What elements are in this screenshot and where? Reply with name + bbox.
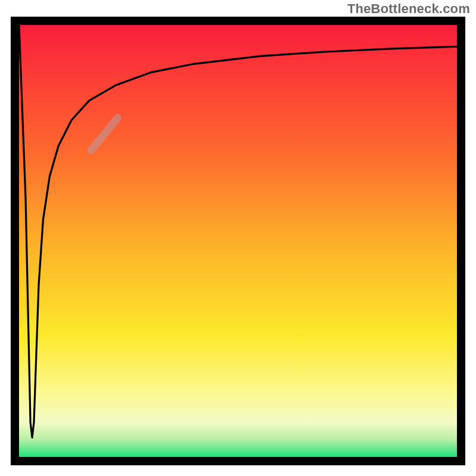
- chart-frame: [11, 17, 465, 465]
- curve-layer: [19, 25, 457, 457]
- highlight-segment: [91, 118, 117, 150]
- bottleneck-curve: [19, 25, 457, 437]
- watermark-text: TheBottleneck.com: [347, 1, 470, 17]
- chart-container: TheBottleneck.com: [0, 0, 476, 476]
